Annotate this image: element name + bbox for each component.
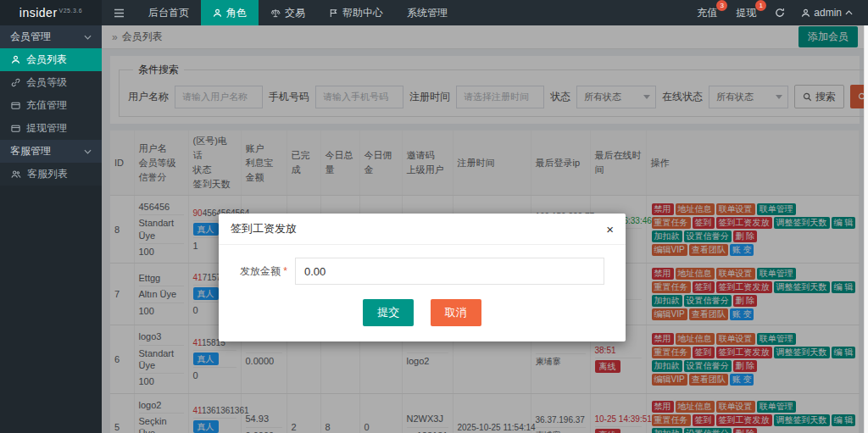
modal-body: 发放金额 * xyxy=(219,245,626,288)
flag-icon xyxy=(329,8,338,18)
admin-app: insider V25.3.6 后台首页 角色 交易 帮助中心 xyxy=(0,0,868,433)
refresh-icon[interactable] xyxy=(765,8,794,18)
vertical-scrollbar[interactable] xyxy=(864,25,868,433)
close-icon[interactable]: × xyxy=(606,223,614,236)
sidebar-item-label: 客服列表 xyxy=(27,167,68,181)
sidebar-item-label: 会员列表 xyxy=(26,53,67,67)
nav-label: 后台首页 xyxy=(148,6,189,20)
user-menu[interactable]: admin xyxy=(794,7,860,19)
sidebar-item-member-list[interactable]: 会员列表 xyxy=(0,48,102,71)
scales-icon xyxy=(270,8,281,18)
chevron-down-icon xyxy=(84,35,92,40)
amount-label: 发放金额 * xyxy=(240,264,287,279)
sidebar-item-support-list[interactable]: 客服列表 xyxy=(0,163,102,186)
wallet-icon xyxy=(11,101,20,110)
app-logo: insider V25.3.6 xyxy=(0,0,102,25)
chevron-down-icon xyxy=(84,149,92,154)
amount-input[interactable] xyxy=(295,258,604,285)
person-icon xyxy=(213,8,222,18)
sidebar-item-label: 充值管理 xyxy=(26,98,67,113)
nav-item-dashboard[interactable]: 后台首页 xyxy=(136,0,201,25)
submit-button[interactable]: 提交 xyxy=(363,299,414,326)
chevron-up-icon xyxy=(845,10,853,15)
cancel-button[interactable]: 取消 xyxy=(431,299,481,326)
group-label: 客服管理 xyxy=(10,144,51,158)
sidebar-item-member-level[interactable]: 会员等级 xyxy=(0,71,102,94)
withdraw-label: 提现 xyxy=(736,7,756,19)
wallet-icon xyxy=(11,124,20,133)
menu-toggle-icon[interactable] xyxy=(102,8,136,18)
required-mark: * xyxy=(283,265,287,277)
recharge-label: 充值 xyxy=(697,7,717,19)
nav-item-help-center[interactable]: 帮助中心 xyxy=(317,0,395,25)
people-icon xyxy=(11,169,21,179)
version-label: V25.3.6 xyxy=(59,8,83,14)
modal-title: 签到工资发放 xyxy=(231,221,297,236)
nav-label: 角色 xyxy=(226,6,247,20)
user-avatar-icon xyxy=(801,8,810,18)
sidebar-item-recharge-management[interactable]: 充值管理 xyxy=(0,94,102,117)
amount-label-text: 发放金额 xyxy=(240,265,281,277)
recharge-link[interactable]: 充值 3 xyxy=(687,6,726,20)
nav-label: 系统管理 xyxy=(407,6,448,20)
top-navbar: insider V25.3.6 后台首页 角色 交易 帮助中心 xyxy=(0,0,868,25)
signin-wage-modal: 签到工资发放 × 发放金额 * 提交 取消 xyxy=(219,214,626,341)
main-content: » 会员列表 添加会员 条件搜索 用户名称 手机号码 注册时间 状态 xyxy=(102,25,868,433)
group-label: 会员管理 xyxy=(10,30,51,44)
sidebar-item-label: 会员等级 xyxy=(26,75,67,90)
navbar-right: 充值 3 提现 1 admin xyxy=(687,6,868,20)
nav-item-roles[interactable]: 角色 xyxy=(201,0,259,25)
nav-label: 帮助中心 xyxy=(342,6,383,20)
modal-footer: 提交 取消 xyxy=(219,288,626,341)
sidebar: 会员管理 会员列表 会员等级 充值管理 提 xyxy=(0,25,102,433)
username-label: admin xyxy=(814,7,842,19)
sidebar-group-support-management[interactable]: 客服管理 xyxy=(0,140,102,163)
withdraw-link[interactable]: 提现 1 xyxy=(726,6,765,20)
link-icon xyxy=(11,78,20,87)
sidebar-group-member-management[interactable]: 会员管理 xyxy=(0,25,102,48)
modal-header: 签到工资发放 × xyxy=(219,214,626,245)
logo-text: insider xyxy=(19,6,58,19)
person-icon xyxy=(11,55,20,64)
nav-label: 交易 xyxy=(285,6,305,20)
sidebar-item-label: 提现管理 xyxy=(26,121,67,136)
sidebar-item-withdraw-management[interactable]: 提现管理 xyxy=(0,117,102,140)
nav-item-system[interactable]: 系统管理 xyxy=(395,0,459,25)
nav-item-trade[interactable]: 交易 xyxy=(259,0,317,25)
